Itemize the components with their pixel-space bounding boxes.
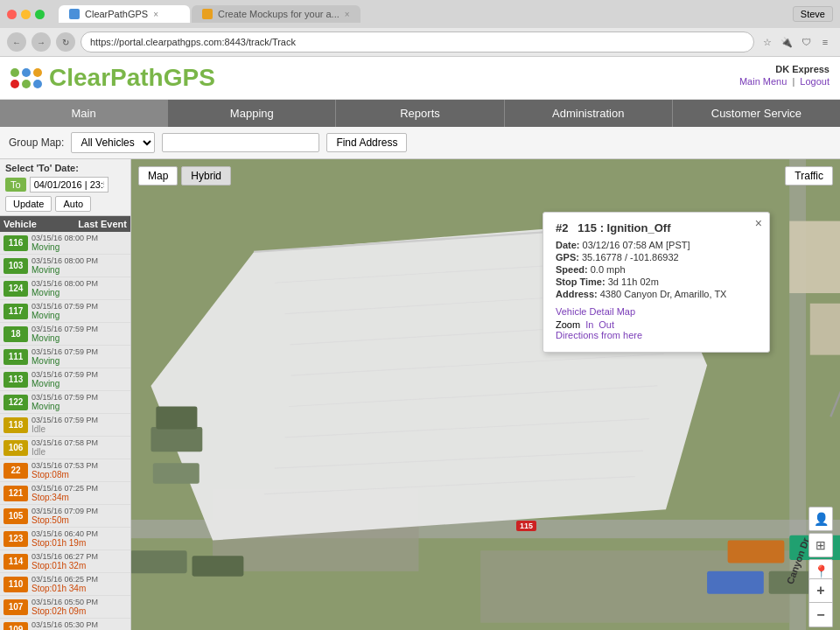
nav-main[interactable]: Main [0, 100, 168, 127]
grid-icon[interactable]: ⊞ [808, 533, 833, 557]
svg-rect-16 [156, 407, 197, 430]
logo-dot-4 [10, 80, 19, 88]
popup-close-icon[interactable]: × [755, 216, 762, 230]
list-item[interactable]: 11003/15/16 06:25 PMStop:01h 34m [0, 573, 130, 596]
list-item[interactable]: 12403/15/16 08:00 PMMoving [0, 277, 130, 300]
list-item[interactable]: 11803/15/16 07:59 PMIdle [0, 414, 130, 437]
address-search-input[interactable] [162, 133, 319, 152]
list-item[interactable]: 11703/15/16 07:59 PMMoving [0, 300, 130, 323]
popup-stop-row: Stop Time: 3d 11h 02m [556, 276, 757, 287]
zoom-in-link[interactable]: In [585, 319, 593, 330]
list-item[interactable]: 11403/15/16 06:27 PMStop:01h 32m [0, 550, 130, 573]
update-button[interactable]: Update [5, 196, 52, 212]
star-icon[interactable]: ☆ [760, 34, 775, 50]
vehicle-info: 03/15/16 07:09 PMStop:50m [32, 507, 127, 525]
list-item[interactable]: 12203/15/16 07:59 PMMoving [0, 391, 130, 414]
date-input[interactable] [30, 177, 108, 192]
list-item[interactable]: 12303/15/16 06:40 PMStop:01h 19m [0, 528, 130, 550]
logo-dot-6 [33, 80, 42, 88]
nav-administration[interactable]: Administration [505, 100, 673, 127]
refresh-button[interactable]: ↻ [56, 32, 75, 52]
vehicle-status: Moving [32, 402, 127, 411]
auto-button[interactable]: Auto [55, 196, 91, 212]
main-menu-link[interactable]: Main Menu [739, 76, 787, 87]
vehicle-id-badge: 122 [4, 395, 28, 410]
map-view-button[interactable]: Map [138, 166, 178, 186]
popup-zoom-row: Zoom In Out [556, 319, 757, 330]
vehicle-date: 03/15/16 07:53 PM [32, 461, 127, 470]
svg-rect-22 [707, 571, 764, 594]
list-item[interactable]: 11103/15/16 07:59 PMMoving [0, 346, 130, 368]
list-item[interactable]: 11303/15/16 07:59 PMMoving [0, 368, 130, 391]
vehicle-status: Moving [32, 333, 127, 343]
zoom-out-button[interactable]: − [808, 603, 833, 627]
person-icon[interactable]: 👤 [808, 507, 833, 531]
tab-label: ClearPathGPS [85, 9, 148, 19]
group-select[interactable]: All Vehicles [71, 132, 155, 153]
svg-rect-24 [789, 221, 840, 293]
event-col-header: Last Event [45, 219, 127, 229]
vehicle-status: Moving [32, 265, 127, 275]
vehicle-id-badge: 121 [4, 486, 28, 501]
forward-button[interactable]: → [32, 32, 51, 52]
back-button[interactable]: ← [7, 32, 26, 52]
popup-speed-row: Speed: 0.0 mph [556, 264, 757, 275]
zoom-in-button[interactable]: + [808, 578, 833, 603]
popup-links: Vehicle Detail Map Zoom In Out Direction… [556, 306, 757, 340]
list-item[interactable]: 2203/15/16 07:53 PMStop:08m [0, 459, 130, 482]
active-tab[interactable]: ClearPathGPS × [59, 5, 190, 23]
close-window-btn[interactable] [7, 10, 17, 19]
vehicle-id-badge: 118 [4, 417, 28, 433]
list-item[interactable]: 10303/15/16 08:00 PMMoving [0, 255, 130, 277]
list-item[interactable]: 10703/15/16 05:50 PMStop:02h 09m [0, 596, 130, 619]
vehicle-status: Stop:50m [32, 515, 127, 525]
vehicle-detail-link[interactable]: Vehicle Detail Map [556, 306, 757, 317]
popup-gps-label: GPS: [556, 252, 579, 262]
maximize-window-btn[interactable] [35, 10, 45, 19]
logo-text: ClearPathGPS [49, 64, 215, 92]
map-area[interactable]: Map Hybrid Traffic 115 Canyon Dr × #2 11… [131, 159, 840, 630]
tab-label-2: Create Mockups for your a... [218, 9, 340, 19]
popup-date-value: 03/12/16 07:58 AM [PST] [583, 240, 690, 250]
vehicle-info: 03/15/16 08:00 PMMoving [32, 234, 127, 252]
list-item[interactable]: 10903/15/16 05:30 PMStop:02h 20m [0, 619, 130, 630]
list-item[interactable]: 11603/15/16 08:00 PMMoving [0, 232, 130, 255]
hybrid-view-button[interactable]: Hybrid [181, 166, 231, 186]
vehicle-status: Moving [32, 311, 127, 320]
nav-mapping[interactable]: Mapping [168, 100, 336, 127]
minimize-window-btn[interactable] [21, 10, 31, 19]
nav-icons: ☆ 🔌 🛡 ≡ [760, 34, 833, 50]
inactive-tab[interactable]: Create Mockups for your a... × [192, 5, 360, 23]
popup-address-label: Address: [556, 289, 598, 299]
find-address-button[interactable]: Find Address [326, 133, 407, 152]
toolbar: Group Map: All Vehicles Find Address [0, 127, 840, 159]
zoom-out-link[interactable]: Out [598, 319, 614, 330]
header-links: Main Menu | Logout [739, 76, 830, 87]
vehicle-date: 03/15/16 08:00 PM [32, 279, 127, 288]
vehicle-marker[interactable]: 115 [516, 521, 536, 531]
user-button[interactable]: Steve [793, 6, 833, 22]
nav-reports[interactable]: Reports [336, 100, 504, 127]
vehicle-status: Stop:08m [32, 470, 127, 480]
address-bar[interactable] [80, 32, 754, 52]
nav-customer-service[interactable]: Customer Service [673, 100, 840, 127]
list-item[interactable]: 1803/15/16 07:59 PMMoving [0, 323, 130, 346]
list-item[interactable]: 10603/15/16 07:58 PMIdle [0, 437, 130, 459]
popup-gps-row: GPS: 35.16778 / -101.86932 [556, 252, 757, 262]
list-item[interactable]: 12103/15/16 07:25 PMStop:34m [0, 482, 130, 505]
vehicle-info: 03/15/16 08:00 PMMoving [32, 279, 127, 298]
directions-link[interactable]: Directions from here [556, 330, 757, 340]
to-button[interactable]: To [5, 178, 26, 192]
date-row: To [5, 177, 125, 192]
popup-date-row: Date: 03/12/16 07:58 AM [PST] [556, 240, 757, 250]
vehicle-status: Stop:01h 34m [32, 584, 127, 593]
list-item[interactable]: 10503/15/16 07:09 PMStop:50m [0, 505, 130, 528]
date-actions: Update Auto [5, 196, 125, 212]
vehicle-date: 03/15/16 05:30 PM [32, 620, 127, 629]
logout-link[interactable]: Logout [800, 76, 830, 87]
tab-close-icon[interactable]: × [153, 10, 158, 19]
traffic-button[interactable]: Traffic [785, 166, 833, 186]
tab-close-icon-2[interactable]: × [345, 10, 350, 19]
vehicle-info: 03/15/16 05:30 PMStop:02h 20m [32, 620, 127, 630]
settings-icon[interactable]: ≡ [817, 34, 833, 50]
